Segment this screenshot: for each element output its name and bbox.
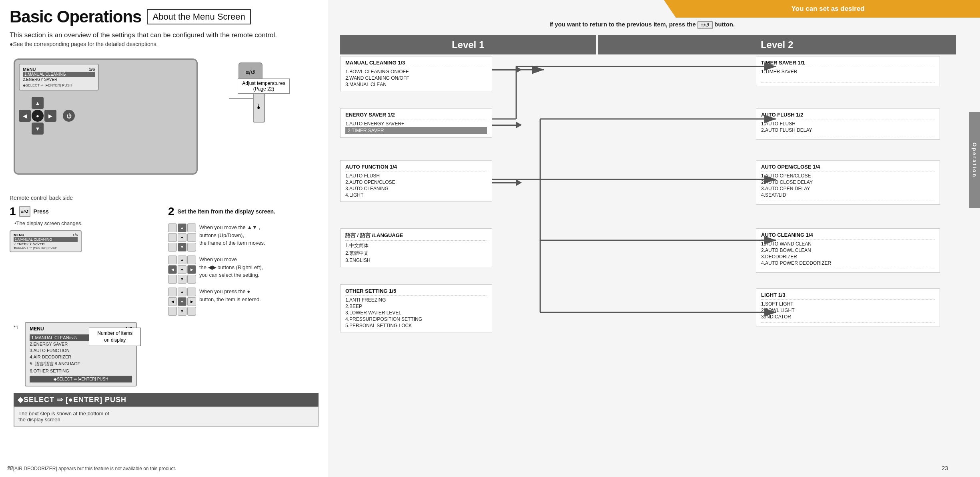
subtitle-box: About the Menu Screen (147, 9, 251, 24)
nav-cell-empty9 (168, 275, 177, 284)
nav-leftright-text: When you movethe ◀▶ buttons (Right/Left)… (199, 256, 263, 279)
step-2-number: 2 (168, 205, 174, 218)
nav-cell-down3: ▼ (178, 307, 186, 316)
l2-card-timer: TIMER SAVER 1/1 1.TIMER SAVER (756, 56, 940, 86)
l1-title-autofunction: AUTO FUNCTION 1/4 (345, 164, 487, 171)
nav-row-leftright: ▲ ◀ ● ▶ ▼ When you movethe ◀▶ buttons (R… (168, 256, 319, 284)
nav-row-updown: ▲ ● ▼ When you move the ▲▼ ,buttons (Up/… (168, 223, 319, 252)
l2-item-l3: 3.INDICATOR (761, 314, 935, 320)
remote-menu-label: MENU (23, 67, 36, 72)
nav-arrows-ud: ▲▼ (247, 224, 257, 230)
l1-item-beep: 2.BEEP (345, 303, 487, 310)
l1-item-light: 4.LIGHT (345, 192, 487, 198)
nav-cell-up: ▲ (178, 223, 186, 232)
l2-title-light-text: LIGHT (761, 292, 777, 298)
l1-title-manual: MANUAL CLEANING 1/3 (345, 60, 487, 67)
l1-other-setting: OTHER SETTING 1/5 1.ANTI FREEZING 2.BEEP… (340, 284, 492, 332)
l1-item-chinese-traditional: 2.繁體中文 (345, 250, 487, 257)
l1-item-personal: 5.PERSONAL SETTING LOCK (345, 322, 487, 329)
menu-item-3: 3.AUTO FUNCTION (30, 347, 132, 354)
remote-menu-select: ◆SELECT ⇒ [●ENTER] PUSH (23, 83, 95, 87)
l2-spacer-timer (761, 75, 935, 81)
arrow-autofunction (492, 179, 522, 186)
l1-item-waterlevel: 3.LOWER WATER LEVEL (345, 310, 487, 316)
arrowhead-energy (516, 122, 522, 128)
select-box-area: ◆SELECT ⇒ [●ENTER] PUSH The next step is… (14, 393, 319, 427)
arrowhead-autofunction (516, 179, 522, 186)
step-1-bullet: •The display screen changes. (14, 220, 160, 226)
l1-item-wand: 2.WAND CLEANING ON/OFF (345, 75, 487, 81)
l2-title-autoflush: AUTO FLUSH 1/2 (761, 112, 935, 119)
l1-item-autoflush: 1.AUTO FLUSH (345, 173, 487, 179)
footnote: *1 [AIR DEODORIZER] appears but this fea… (7, 466, 176, 471)
menu-display-section: *1 MENU 1/6 1.MANUAL CLEANING 2.ENERGY S… (14, 322, 319, 427)
remote-label: Remote control back side (10, 195, 319, 201)
nav-enter-text: When you press the ● button, the item is… (199, 288, 261, 303)
nav-cell-center: ● (178, 233, 186, 242)
nav-buttons[interactable]: ▲ ◀ ● ▶ ▼ (19, 97, 56, 135)
return-suffix: button. (714, 21, 735, 28)
l2-card-light: LIGHT 1/3 1.SOFT LIGHT 2.BOWL LIGHT 3.IN… (756, 288, 940, 326)
l2-page-timer: 1/1 (798, 60, 805, 66)
intro-sub: ●See the corresponding pages for the det… (10, 41, 319, 47)
l1-item-autoenergy: 1.AUTO ENERGY SAVER+ (345, 121, 487, 127)
nav-updown-text: When you move the ▲▼ ,buttons (Up/Down),… (199, 223, 265, 247)
l1-item-english: 3.ENGLISH (345, 257, 487, 264)
step1-item1: 1.MANUAL CLEANING (14, 237, 78, 242)
step-1-icon: ≡/↺ (19, 206, 30, 217)
nav-cell-empty11 (168, 288, 177, 296)
l2-item-oc1: 1.AUTO OPEN/CLOSE (761, 173, 935, 179)
nav-cell-empty2 (187, 223, 196, 232)
l1-card-autofunction: AUTO FUNCTION 1/4 1.AUTO FLUSH 2.AUTO OP… (340, 160, 492, 202)
return-text: If you want to return to the previous it… (549, 21, 697, 28)
intro-text: This section is an overview of the setti… (10, 31, 319, 39)
remote-screen: MENU 1/6 1.MANUAL CLEANING 2.ENERGY SAVE… (19, 64, 99, 91)
remote-device: MENU 1/6 1.MANUAL CLEANING 2.ENERGY SAVE… (14, 58, 198, 175)
nav-right-button[interactable]: ▶ (44, 110, 56, 122)
nav-grid-leftright: ▲ ◀ ● ▶ ▼ (168, 256, 196, 284)
temperature-icon: 🌡 (253, 91, 265, 123)
nav-left-button[interactable]: ◀ (19, 110, 31, 122)
l1-title-language: 語言 / 語言 /LANGUAGE (345, 232, 487, 241)
step-1-label: Press (34, 208, 49, 215)
l1-title-energy: ENERGY SAVER 1/2 (345, 112, 487, 119)
nav-cell-center2: ● (178, 265, 186, 274)
step-1: 1 ≡/↺ Press •The display screen changes.… (10, 205, 160, 316)
nav-center-button[interactable]: ● (32, 110, 44, 122)
l2-item-af2: 2.AUTO FLUSH DELAY (761, 127, 935, 133)
nav-cell-right2: ▶ (187, 297, 196, 306)
nav-cell-empty3 (168, 233, 177, 242)
nav-cell-left2: ◀ (168, 297, 177, 306)
menu-item-4: 4.AIR DEODORIZER (30, 354, 132, 360)
l2-item-l1: 1.SOFT LIGHT (761, 301, 935, 307)
side-tab: Operation (969, 112, 980, 208)
nav-cell-empty12 (187, 288, 196, 296)
page-title: Basic Operations (10, 7, 141, 26)
nav-down-button[interactable]: ▼ (32, 123, 44, 135)
l2-title-openclose-text: AUTO OPEN/CLOSE (761, 164, 811, 170)
nav-cell-up2: ▲ (178, 256, 186, 264)
menu-item-5: 5. 語言/語言 /LANGUAGE (30, 360, 132, 368)
step-1-number: 1 (10, 205, 16, 218)
l2-item-ac3: 3.DEODORIZER (761, 254, 935, 260)
l1-card-energy: ENERGY SAVER 1/2 1.AUTO ENERGY SAVER+ 2.… (340, 108, 492, 138)
nav-up-button[interactable]: ▲ (32, 97, 44, 109)
l1-item-antifreezing: 1.ANTI FREEZING (345, 297, 487, 303)
page-title-row: Basic Operations About the Menu Screen (10, 7, 319, 26)
nav-cell-right: ▶ (187, 265, 196, 274)
nav-cell-empty10 (187, 275, 196, 284)
l2-item-ac2: 2.AUTO BOWL CLEAN (761, 247, 935, 254)
return-btn: ≡/↺ (697, 21, 713, 29)
nav-cell-empty5 (168, 243, 177, 252)
l2-item-af1: 1.AUTO FLUSH (761, 121, 935, 127)
remote-menu-item-2: 2.ENERGY SAVER (23, 77, 95, 82)
l2-title-light: LIGHT 1/3 (761, 292, 935, 300)
nav-cell-empty1 (168, 223, 177, 232)
l2-light: LIGHT 1/3 1.SOFT LIGHT 2.BOWL LIGHT 3.IN… (756, 288, 940, 326)
remote-illustration: MENU 1/6 1.MANUAL CLEANING 2.ENERGY SAVE… (10, 54, 290, 191)
return-instruction: If you want to return to the previous it… (328, 21, 956, 29)
select-big-body: The next step is shown at the bottom oft… (14, 407, 319, 427)
power-button[interactable]: ⏻ (63, 110, 75, 122)
remote-menu-item-1: 1.MANUAL CLEANING (23, 72, 95, 77)
banner-notch (664, 0, 676, 18)
